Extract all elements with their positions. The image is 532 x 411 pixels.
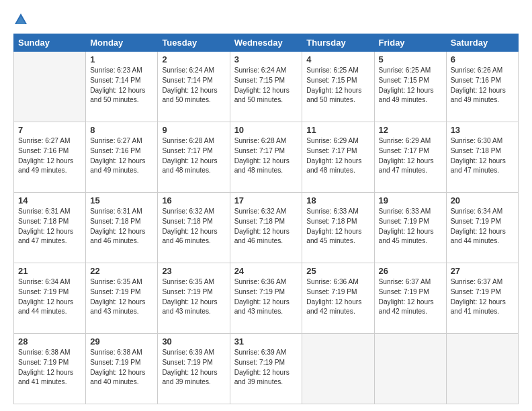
calendar-cell: 5Sunrise: 6:25 AMSunset: 7:15 PMDaylight… xyxy=(374,52,446,122)
day-info: Sunrise: 6:24 AMSunset: 7:14 PMDaylight:… xyxy=(162,66,225,105)
day-info: Sunrise: 6:27 AMSunset: 7:16 PMDaylight:… xyxy=(18,136,81,176)
week-row-1: 1Sunrise: 6:23 AMSunset: 7:14 PMDaylight… xyxy=(14,52,519,122)
weekday-header-thursday: Thursday xyxy=(302,34,374,52)
calendar-cell: 7Sunrise: 6:27 AMSunset: 7:16 PMDaylight… xyxy=(14,122,86,193)
calendar-cell: 19Sunrise: 6:33 AMSunset: 7:19 PMDayligh… xyxy=(374,193,446,263)
day-info: Sunrise: 6:26 AMSunset: 7:16 PMDaylight:… xyxy=(451,66,514,105)
day-info: Sunrise: 6:39 AMSunset: 7:19 PMDaylight:… xyxy=(234,348,298,387)
calendar-cell: 3Sunrise: 6:24 AMSunset: 7:15 PMDaylight… xyxy=(230,52,302,122)
calendar-cell: 2Sunrise: 6:24 AMSunset: 7:14 PMDaylight… xyxy=(158,52,230,122)
weekday-header-saturday: Saturday xyxy=(446,34,518,52)
calendar-cell xyxy=(302,334,374,404)
day-info: Sunrise: 6:24 AMSunset: 7:15 PMDaylight:… xyxy=(234,66,298,105)
calendar-cell: 9Sunrise: 6:28 AMSunset: 7:17 PMDaylight… xyxy=(158,122,230,193)
day-info: Sunrise: 6:36 AMSunset: 7:19 PMDaylight:… xyxy=(234,277,298,317)
calendar-cell: 17Sunrise: 6:32 AMSunset: 7:18 PMDayligh… xyxy=(230,193,302,263)
day-info: Sunrise: 6:37 AMSunset: 7:19 PMDaylight:… xyxy=(379,277,442,317)
calendar-cell: 22Sunrise: 6:35 AMSunset: 7:19 PMDayligh… xyxy=(86,263,158,334)
day-number: 15 xyxy=(90,195,153,205)
day-info: Sunrise: 6:35 AMSunset: 7:19 PMDaylight:… xyxy=(90,277,153,317)
day-number: 22 xyxy=(90,266,153,276)
calendar-cell: 31Sunrise: 6:39 AMSunset: 7:19 PMDayligh… xyxy=(230,334,302,404)
day-info: Sunrise: 6:28 AMSunset: 7:17 PMDaylight:… xyxy=(162,136,225,176)
day-number: 30 xyxy=(162,336,225,347)
day-number: 26 xyxy=(379,266,442,276)
day-info: Sunrise: 6:33 AMSunset: 7:18 PMDaylight:… xyxy=(306,207,369,246)
day-number: 23 xyxy=(162,266,225,276)
day-number: 19 xyxy=(379,195,442,205)
calendar-cell: 26Sunrise: 6:37 AMSunset: 7:19 PMDayligh… xyxy=(374,263,446,334)
calendar-cell: 10Sunrise: 6:28 AMSunset: 7:17 PMDayligh… xyxy=(230,122,302,193)
day-info: Sunrise: 6:38 AMSunset: 7:19 PMDaylight:… xyxy=(18,348,81,387)
day-info: Sunrise: 6:30 AMSunset: 7:18 PMDaylight:… xyxy=(451,136,514,176)
calendar-cell xyxy=(14,52,86,122)
day-info: Sunrise: 6:29 AMSunset: 7:17 PMDaylight:… xyxy=(379,136,442,176)
day-number: 31 xyxy=(234,336,298,347)
calendar-cell: 21Sunrise: 6:34 AMSunset: 7:19 PMDayligh… xyxy=(14,263,86,334)
calendar-cell: 12Sunrise: 6:29 AMSunset: 7:17 PMDayligh… xyxy=(374,122,446,193)
day-number: 1 xyxy=(90,54,153,64)
day-info: Sunrise: 6:31 AMSunset: 7:18 PMDaylight:… xyxy=(18,207,81,246)
weekday-header-friday: Friday xyxy=(374,34,446,52)
day-info: Sunrise: 6:32 AMSunset: 7:18 PMDaylight:… xyxy=(234,207,298,246)
day-info: Sunrise: 6:36 AMSunset: 7:19 PMDaylight:… xyxy=(306,277,369,317)
calendar-cell: 11Sunrise: 6:29 AMSunset: 7:17 PMDayligh… xyxy=(302,122,374,193)
weekday-header-sunday: Sunday xyxy=(14,34,86,52)
calendar-cell: 27Sunrise: 6:37 AMSunset: 7:19 PMDayligh… xyxy=(446,263,518,334)
day-number: 29 xyxy=(90,336,153,347)
page: SundayMondayTuesdayWednesdayThursdayFrid… xyxy=(0,0,532,411)
day-number: 17 xyxy=(234,195,298,205)
day-number: 24 xyxy=(234,266,298,276)
calendar-cell: 18Sunrise: 6:33 AMSunset: 7:18 PMDayligh… xyxy=(302,193,374,263)
day-number: 8 xyxy=(90,125,153,135)
calendar-cell: 14Sunrise: 6:31 AMSunset: 7:18 PMDayligh… xyxy=(14,193,86,263)
day-number: 10 xyxy=(234,125,298,135)
day-number: 16 xyxy=(162,195,225,205)
day-number: 5 xyxy=(379,54,442,64)
calendar-cell: 24Sunrise: 6:36 AMSunset: 7:19 PMDayligh… xyxy=(230,263,302,334)
calendar: SundayMondayTuesdayWednesdayThursdayFrid… xyxy=(13,34,519,404)
weekday-header-monday: Monday xyxy=(86,34,158,52)
day-info: Sunrise: 6:34 AMSunset: 7:19 PMDaylight:… xyxy=(18,277,81,317)
day-info: Sunrise: 6:23 AMSunset: 7:14 PMDaylight:… xyxy=(90,66,153,105)
calendar-cell: 28Sunrise: 6:38 AMSunset: 7:19 PMDayligh… xyxy=(14,334,86,404)
day-info: Sunrise: 6:29 AMSunset: 7:17 PMDaylight:… xyxy=(306,136,369,176)
calendar-cell: 6Sunrise: 6:26 AMSunset: 7:16 PMDaylight… xyxy=(446,52,518,122)
calendar-cell: 25Sunrise: 6:36 AMSunset: 7:19 PMDayligh… xyxy=(302,263,374,334)
calendar-cell xyxy=(374,334,446,404)
calendar-cell: 8Sunrise: 6:27 AMSunset: 7:16 PMDaylight… xyxy=(86,122,158,193)
day-number: 27 xyxy=(451,266,514,276)
day-number: 18 xyxy=(306,195,369,205)
calendar-cell: 29Sunrise: 6:38 AMSunset: 7:19 PMDayligh… xyxy=(86,334,158,404)
day-info: Sunrise: 6:25 AMSunset: 7:15 PMDaylight:… xyxy=(306,66,369,105)
day-number: 12 xyxy=(379,125,442,135)
day-info: Sunrise: 6:25 AMSunset: 7:15 PMDaylight:… xyxy=(379,66,442,105)
week-row-4: 21Sunrise: 6:34 AMSunset: 7:19 PMDayligh… xyxy=(14,263,519,334)
logo-icon xyxy=(13,12,28,27)
calendar-cell: 30Sunrise: 6:39 AMSunset: 7:19 PMDayligh… xyxy=(158,334,230,404)
calendar-cell: 15Sunrise: 6:31 AMSunset: 7:18 PMDayligh… xyxy=(86,193,158,263)
week-row-2: 7Sunrise: 6:27 AMSunset: 7:16 PMDaylight… xyxy=(14,122,519,193)
day-number: 9 xyxy=(162,125,225,135)
day-info: Sunrise: 6:27 AMSunset: 7:16 PMDaylight:… xyxy=(90,136,153,176)
calendar-cell xyxy=(446,334,518,404)
day-number: 14 xyxy=(18,195,81,205)
week-row-3: 14Sunrise: 6:31 AMSunset: 7:18 PMDayligh… xyxy=(14,193,519,263)
week-row-5: 28Sunrise: 6:38 AMSunset: 7:19 PMDayligh… xyxy=(14,334,519,404)
day-info: Sunrise: 6:35 AMSunset: 7:19 PMDaylight:… xyxy=(162,277,225,317)
day-number: 2 xyxy=(162,54,225,64)
calendar-cell: 23Sunrise: 6:35 AMSunset: 7:19 PMDayligh… xyxy=(158,263,230,334)
logo xyxy=(13,12,31,27)
header xyxy=(13,12,519,27)
day-number: 11 xyxy=(306,125,369,135)
day-number: 13 xyxy=(451,125,514,135)
calendar-cell: 16Sunrise: 6:32 AMSunset: 7:18 PMDayligh… xyxy=(158,193,230,263)
day-info: Sunrise: 6:39 AMSunset: 7:19 PMDaylight:… xyxy=(162,348,225,387)
calendar-cell: 4Sunrise: 6:25 AMSunset: 7:15 PMDaylight… xyxy=(302,52,374,122)
day-info: Sunrise: 6:31 AMSunset: 7:18 PMDaylight:… xyxy=(90,207,153,246)
calendar-cell: 20Sunrise: 6:34 AMSunset: 7:19 PMDayligh… xyxy=(446,193,518,263)
weekday-header-row: SundayMondayTuesdayWednesdayThursdayFrid… xyxy=(14,34,519,52)
day-number: 28 xyxy=(18,336,81,347)
day-number: 21 xyxy=(18,266,81,276)
weekday-header-tuesday: Tuesday xyxy=(158,34,230,52)
